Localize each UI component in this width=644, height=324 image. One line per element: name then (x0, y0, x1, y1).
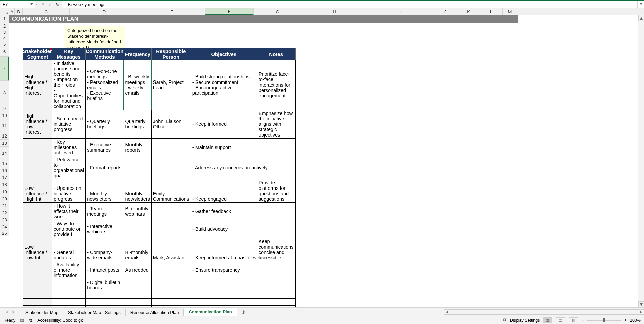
table-cell[interactable]: - Relevance to organizational goa (52, 156, 85, 179)
table-cell[interactable]: - Ways to contribute or provide f (52, 220, 85, 238)
hscroll-left-icon[interactable]: ◄ (444, 309, 450, 315)
table-cell[interactable]: Quarterly briefings (124, 110, 151, 139)
row-header-12[interactable]: 12 (0, 132, 9, 140)
cancel-icon[interactable]: ✕ (41, 2, 45, 7)
column-header-A[interactable]: A (9, 8, 15, 15)
table-cell[interactable]: Mark, Assistant (151, 238, 191, 261)
table-cell[interactable] (124, 220, 151, 238)
row-header-25[interactable]: 25 (0, 230, 9, 236)
new-sheet-button[interactable]: ⊕ (237, 309, 250, 315)
table-cell[interactable] (151, 156, 191, 179)
table-cell[interactable] (151, 306, 191, 308)
row-header-19[interactable]: 19 (0, 188, 9, 195)
table-cell[interactable] (124, 156, 151, 179)
row-header-1[interactable]: 1 (0, 15, 9, 23)
table-cell[interactable]: - How it affects their work (52, 203, 85, 220)
row-header-18[interactable]: 18 (0, 181, 9, 188)
column-header-D[interactable]: D (70, 8, 139, 15)
table-cell[interactable]: Provide platforms for questions and sugg… (257, 179, 295, 203)
table-cell[interactable]: - Digital bulletin boards (86, 279, 124, 291)
accessibility-icon[interactable]: ✿ (29, 318, 33, 323)
column-header-L[interactable]: L (480, 8, 503, 15)
table-cell[interactable] (191, 279, 257, 291)
tab-nav-prev-icon[interactable]: ► (12, 309, 16, 314)
sheet-tab[interactable]: Resource Allocation Plan (126, 309, 184, 316)
select-all-corner[interactable] (0, 8, 9, 15)
table-cell[interactable]: Keep communications concise and accessib… (257, 238, 295, 261)
table-header[interactable]: Frequency (124, 48, 151, 60)
row-header-13[interactable]: 13 (0, 140, 9, 147)
sheet-tab[interactable]: Communication Plan (184, 308, 237, 316)
row-header-23[interactable]: 23 (0, 216, 9, 223)
table-cell[interactable] (151, 203, 191, 220)
table-cell[interactable]: Prioritize face-to-face interactions for… (257, 60, 295, 110)
view-page-break-button[interactable]: ▥ (569, 317, 578, 323)
table-cell[interactable]: - Updates on initiative progress (52, 179, 85, 203)
table-cell[interactable]: - Gather feedback (191, 203, 257, 220)
table-cell[interactable]: - Build strong relationships - Secure co… (191, 60, 257, 110)
table-cell[interactable]: Bi-monthly emails (124, 238, 151, 261)
table-header[interactable]: Communication Methods (86, 48, 124, 60)
table-cell[interactable] (191, 306, 257, 308)
table-cell[interactable] (124, 279, 151, 291)
table-cell[interactable]: John, Liaison Officer (151, 110, 191, 139)
tab-nav-first-icon[interactable]: ◄ (5, 309, 9, 314)
table-cell[interactable] (124, 291, 151, 299)
table-cell[interactable]: - General updates (52, 238, 85, 261)
table-cell[interactable]: Monthly newsletters (124, 179, 151, 203)
row-header-2[interactable]: 2 (0, 23, 9, 29)
row-header-8[interactable]: 8 (0, 81, 9, 105)
column-header-G[interactable]: G (254, 8, 302, 15)
row-header-3[interactable]: 3 (0, 29, 9, 35)
row-header-14[interactable]: 14 (0, 147, 9, 160)
table-cell[interactable]: Emily, Communications (151, 179, 191, 203)
row-header-16[interactable]: 16 (0, 167, 9, 174)
table-cell[interactable] (257, 306, 295, 308)
column-header-I[interactable]: I (368, 8, 434, 15)
zoom-slider[interactable] (587, 320, 621, 321)
table-cell[interactable] (23, 299, 52, 306)
table-cell[interactable]: - Key milestones achieved (52, 139, 85, 156)
view-page-layout-button[interactable]: ▤ (556, 317, 565, 323)
table-cell[interactable] (191, 291, 257, 299)
table-cell[interactable] (151, 279, 191, 291)
table-header[interactable]: Stakeholder Segment (23, 48, 52, 60)
table-cell[interactable]: High Influence / High Interest (23, 60, 52, 110)
table-cell[interactable] (257, 279, 295, 291)
table-cell[interactable]: Bi-monthly webinars (124, 203, 151, 220)
scroll-up-icon[interactable]: ▲ (638, 15, 644, 21)
table-cell[interactable] (52, 291, 85, 299)
vertical-scrollbar[interactable]: ▲ ▼ (638, 15, 644, 307)
table-cell[interactable] (52, 299, 85, 306)
row-header-24[interactable]: 24 (0, 223, 9, 230)
table-cell[interactable]: Emphasize how the initiative aligns with… (257, 110, 295, 139)
table-cell[interactable]: As needed (124, 261, 151, 279)
table-cell[interactable] (23, 261, 52, 279)
zoom-level[interactable]: 100% (630, 318, 641, 323)
view-normal-button[interactable]: ▦ (543, 317, 552, 323)
table-cell[interactable] (23, 139, 52, 156)
column-header-B[interactable]: B (15, 8, 23, 15)
name-box[interactable]: F7 (1, 1, 35, 8)
table-cell[interactable] (52, 306, 85, 308)
sheet-tab[interactable]: Stakeholder Map - Settings (63, 309, 126, 316)
row-header-11[interactable]: 11 (0, 119, 9, 132)
table-cell[interactable] (151, 220, 191, 238)
column-header-H[interactable]: H (302, 8, 368, 15)
row-header-6[interactable]: 6 (0, 47, 9, 57)
table-cell[interactable] (124, 299, 151, 306)
table-cell[interactable] (124, 306, 151, 308)
table-cell[interactable] (257, 299, 295, 306)
table-cell[interactable] (52, 279, 85, 291)
scroll-down-icon[interactable]: ▼ (638, 301, 644, 307)
table-cell[interactable]: Low Influence / High Int (23, 179, 52, 203)
table-cell[interactable]: - Summary of initiative progress (52, 110, 85, 139)
table-cell[interactable] (151, 261, 191, 279)
table-cell[interactable] (23, 291, 52, 299)
formula-expand-button[interactable] (637, 1, 644, 8)
table-cell[interactable]: - One-on-One meetings - Personalized ema… (86, 60, 124, 110)
column-header-F[interactable]: F (205, 8, 254, 15)
table-cell[interactable] (151, 139, 191, 156)
table-cell[interactable] (257, 261, 295, 279)
table-header[interactable]: Objectives (191, 48, 257, 60)
